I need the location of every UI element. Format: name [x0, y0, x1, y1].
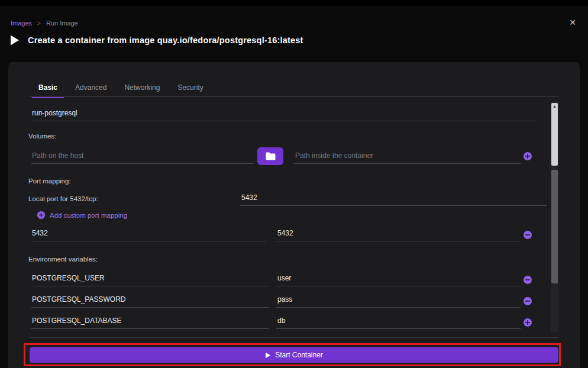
breadcrumb-images-link[interactable]: Images: [11, 20, 32, 27]
local-port-label: Local port for 5432/tcp:: [28, 195, 98, 202]
window-top-strip: [0, 0, 588, 6]
env-value-input[interactable]: [276, 292, 521, 308]
tab-bar: Basic Advanced Networking Security: [30, 80, 212, 98]
breadcrumb-separator-icon: >: [37, 20, 41, 27]
page-header: Create a container from image quay.io/fe…: [7, 33, 303, 47]
run-image-panel: Basic Advanced Networking Security Volum…: [8, 62, 580, 368]
close-icon[interactable]: ✕: [569, 18, 576, 27]
browse-folder-button[interactable]: [257, 147, 283, 165]
form-bottom-divider: [30, 337, 558, 338]
tab-security[interactable]: Security: [169, 80, 212, 98]
env-value-input[interactable]: [276, 271, 521, 286]
env-name-input[interactable]: [31, 271, 269, 286]
env-name-input[interactable]: [31, 292, 269, 308]
env-name-input[interactable]: [31, 314, 269, 329]
env-value-input[interactable]: [276, 314, 521, 329]
plus-circle-icon: [37, 211, 46, 219]
add-custom-port-mapping-link[interactable]: Add custom port mapping: [37, 211, 127, 219]
page-title: Create a container from image quay.io/fe…: [28, 35, 303, 45]
minus-circle-icon: [523, 296, 532, 306]
volumes-label: Volumes:: [28, 133, 56, 140]
run-image-screen: Images > Run Image ✕ Create a container …: [0, 0, 588, 368]
start-container-button[interactable]: Start Container: [30, 347, 558, 363]
breadcrumb-current: Run Image: [46, 20, 78, 27]
volume-host-path-input[interactable]: [31, 149, 254, 164]
environment-variables-label: Environment variables:: [28, 256, 98, 263]
scrollbar-thumb-inner[interactable]: [551, 170, 558, 283]
volume-container-path-input[interactable]: [294, 149, 521, 164]
custom-port-container-input[interactable]: [276, 226, 521, 241]
remove-port-mapping-button[interactable]: [523, 230, 532, 240]
plus-circle-icon: [523, 318, 532, 327]
scrollbar-thumb[interactable]: ▲: [551, 103, 558, 166]
custom-port-host-input[interactable]: [31, 226, 266, 241]
breadcrumb: Images > Run Image: [11, 20, 78, 27]
local-port-input[interactable]: [240, 191, 547, 206]
minus-circle-icon: [523, 230, 532, 240]
start-container-label: Start Container: [275, 351, 323, 359]
remove-env-variable-button[interactable]: [523, 296, 532, 306]
scroll-up-icon: ▲: [553, 104, 557, 108]
plus-circle-icon: [523, 151, 532, 161]
play-icon: [265, 352, 271, 359]
remove-env-variable-button[interactable]: [523, 275, 532, 285]
play-icon: [7, 33, 21, 47]
port-mapping-label: Port mapping:: [28, 177, 71, 185]
tab-basic[interactable]: Basic: [30, 80, 66, 98]
scrollbar-track[interactable]: ▲: [551, 102, 558, 333]
add-custom-port-mapping-label: Add custom port mapping: [50, 212, 127, 219]
minus-circle-icon: [523, 275, 532, 285]
tab-networking[interactable]: Networking: [115, 80, 169, 98]
add-volume-button[interactable]: [523, 151, 532, 161]
folder-icon: [265, 151, 276, 161]
container-name-input[interactable]: [31, 106, 537, 121]
tab-advanced[interactable]: Advanced: [66, 80, 115, 98]
tab-bar-divider: [30, 96, 559, 97]
add-env-variable-button[interactable]: [523, 318, 532, 327]
